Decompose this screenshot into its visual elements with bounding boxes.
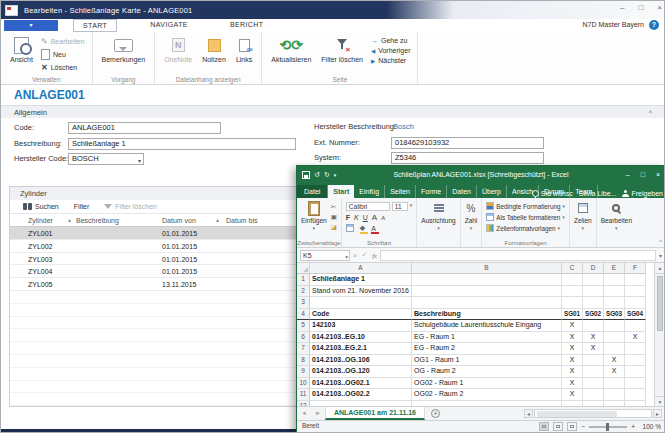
sheet-prev-icon[interactable]: ◄ <box>297 407 311 420</box>
beschreibung-field[interactable]: Schließanlage 1 <box>68 138 296 150</box>
cell[interactable]: 014.2103..OG.106 <box>310 355 412 367</box>
filter-loeschen-toolbar-button[interactable]: Filter löschen <box>99 203 162 210</box>
cell[interactable]: SG01 <box>562 309 583 321</box>
links-button[interactable]: Links <box>234 34 254 74</box>
zahl-button[interactable]: % Zahl ▾ <box>465 200 478 238</box>
page-layout-view-icon[interactable] <box>553 422 563 431</box>
bedingte-formatierung-button[interactable]: Bedingte Formatierung ▾ <box>486 202 565 210</box>
cell[interactable]: 014.2103..OG02.1 <box>310 378 412 390</box>
nav-app-menu-button[interactable]: ▾ <box>4 20 58 31</box>
cell[interactable] <box>625 366 646 378</box>
cell[interactable] <box>583 389 604 401</box>
hersteller-beschreibung-link[interactable]: Bosch <box>393 121 414 133</box>
cell[interactable] <box>412 286 562 298</box>
bearbeiten-button-excel[interactable]: Bearbeiten ▾ <box>601 200 632 238</box>
cell[interactable]: X <box>604 355 625 367</box>
bold-button[interactable]: F <box>346 214 350 221</box>
enter-entry-icon[interactable]: ✓ <box>362 251 367 259</box>
system-field[interactable]: Z5346 <box>391 152 544 164</box>
row-number[interactable]: 10 <box>297 378 310 390</box>
cell[interactable] <box>583 297 604 309</box>
cell[interactable]: SG03 <box>604 309 625 321</box>
cell[interactable]: X <box>604 366 625 378</box>
help-icon[interactable]: ? <box>649 20 659 30</box>
zoom-out-icon[interactable]: − <box>581 423 585 430</box>
ausrichtung-button[interactable]: Ausrichtung ▾ <box>421 200 455 238</box>
zellenformatvorlagen-button[interactable]: Zellenformatvorlagen ▾ <box>486 224 565 232</box>
cell[interactable]: X <box>583 332 604 344</box>
scrollbar-thumb[interactable] <box>657 276 663 331</box>
cell[interactable] <box>562 297 583 309</box>
onenote-button[interactable]: N OneNote <box>162 34 194 74</box>
cell[interactable] <box>583 274 604 286</box>
cell[interactable] <box>562 286 583 298</box>
formula-expand-icon[interactable]: ▾ <box>659 252 662 259</box>
row-number[interactable]: 6 <box>297 332 310 344</box>
zellen-button[interactable]: Zellen ▾ <box>574 200 592 238</box>
hersteller-code-select[interactable]: BOSCH ▾ <box>68 153 144 165</box>
cell[interactable] <box>625 378 646 390</box>
zoom-slider[interactable] <box>589 426 627 428</box>
formula-input[interactable] <box>380 250 656 261</box>
cell[interactable]: 014.2103..OG02.2 <box>310 389 412 401</box>
excel-close-button[interactable]: × <box>656 166 660 183</box>
select-all-corner[interactable] <box>297 263 310 274</box>
cell[interactable] <box>625 320 646 332</box>
einfuegen-paste-button[interactable]: Einfügen ▾ <box>301 200 327 238</box>
page-break-view-icon[interactable] <box>567 422 577 431</box>
col-header-c[interactable]: C <box>562 263 583 274</box>
cell[interactable] <box>310 297 412 309</box>
cell[interactable]: X <box>562 343 583 355</box>
col-header-f[interactable]: F <box>625 263 646 274</box>
row-number[interactable]: 2 <box>297 286 310 298</box>
col-header-d[interactable]: D <box>583 263 604 274</box>
cell[interactable] <box>625 286 646 298</box>
ribbon-collapse-icon[interactable]: ^ <box>659 239 662 245</box>
cell[interactable] <box>583 320 604 332</box>
cell[interactable] <box>412 274 562 286</box>
col-beschreibung[interactable]: Beschreibung <box>76 214 119 227</box>
cell[interactable]: X <box>562 378 583 390</box>
col-datum-von[interactable]: Datum von <box>162 214 196 227</box>
nav-tab-start[interactable]: START <box>73 19 117 32</box>
als-tabelle-formatieren-button[interactable]: Als Tabelle formatieren ▾ <box>486 213 565 221</box>
font-size-select[interactable]: 11 <box>392 202 408 211</box>
cell[interactable]: X <box>562 389 583 401</box>
zoom-slider-thumb[interactable] <box>606 423 609 431</box>
bearbeiten-button[interactable]: ✎ Bearbeiten <box>41 37 85 46</box>
fasttab-allgemein[interactable]: Allgemein ^ <box>1 105 665 118</box>
col-zylinder[interactable]: Zylinder <box>28 214 53 227</box>
nav-tab-navigate[interactable]: NAVIGATE <box>141 19 197 32</box>
filter-loeschen-button[interactable]: × Filter löschen <box>319 34 365 74</box>
cell[interactable] <box>604 274 625 286</box>
scroll-down-icon[interactable]: ▼ <box>655 396 665 406</box>
decrease-font-button[interactable]: A <box>381 215 385 221</box>
increase-font-button[interactable]: A <box>372 213 377 222</box>
cell[interactable] <box>604 297 625 309</box>
scroll-up-icon[interactable]: ▲ <box>655 263 665 274</box>
sheet-tab[interactable]: ANLAGE001 am 21.11.16 <box>325 407 425 420</box>
cell[interactable] <box>625 343 646 355</box>
ansicht-button[interactable]: Ansicht <box>8 34 35 74</box>
cell[interactable] <box>583 355 604 367</box>
new-sheet-icon[interactable]: + <box>431 409 440 418</box>
cell[interactable]: Code <box>310 309 412 321</box>
cell[interactable]: SG04 <box>625 309 646 321</box>
row-number[interactable]: 5 <box>297 320 310 332</box>
cell[interactable]: EG - Raum 1 <box>412 332 562 344</box>
cell[interactable]: Stand vom 21. November 2016 <box>310 286 412 298</box>
cell[interactable] <box>604 378 625 390</box>
aktualisieren-button[interactable]: ⟲⟳ Aktualisieren <box>269 34 313 74</box>
hscrollbar-thumb[interactable] <box>537 411 617 417</box>
underline-button[interactable]: U <box>363 214 368 221</box>
copy-icon[interactable]: ▣ <box>331 213 337 221</box>
filter-button[interactable]: Filter <box>69 203 95 210</box>
suchen-button[interactable]: Suchen <box>18 203 64 210</box>
cell[interactable]: Schulgebäude Laurentiusschule Eingang <box>412 320 562 332</box>
hscroll-right-icon[interactable]: ► <box>653 409 662 418</box>
code-field[interactable]: ANLAGE001 <box>68 122 221 134</box>
cell[interactable] <box>604 332 625 344</box>
hscroll-left-icon[interactable]: ◄ <box>524 409 533 418</box>
cell[interactable] <box>583 366 604 378</box>
tab-einfuegen[interactable]: Einfüg <box>354 185 385 198</box>
